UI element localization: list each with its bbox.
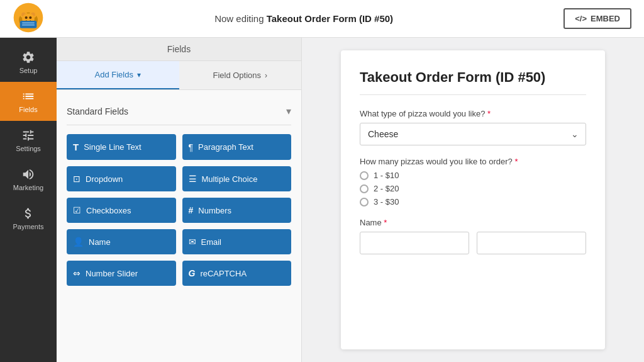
name-last-input[interactable] <box>477 232 586 254</box>
radio-circle <box>360 198 369 206</box>
gear-icon <box>21 50 35 64</box>
tab-add-fields[interactable]: Add Fields ▾ <box>57 61 179 89</box>
name-first-input[interactable] <box>360 232 469 254</box>
fields-body: Standard Fields ▾ T Single Line Text ¶ P… <box>57 90 301 362</box>
svg-point-8 <box>29 16 31 18</box>
field-btn-dropdown[interactable]: ⊡ Dropdown <box>67 166 176 191</box>
sidebar-item-label: Setup <box>19 67 38 74</box>
field-btn-name[interactable]: 👤 Name <box>67 229 176 254</box>
paragraph-icon: ¶ <box>189 142 194 152</box>
chevron-down-icon: ▾ <box>286 105 291 117</box>
sliders-icon <box>21 128 35 142</box>
chevron-down-icon: ▾ <box>137 71 141 79</box>
name-inputs-row <box>360 232 586 254</box>
radio-circle <box>360 171 369 180</box>
sidebar-item-marketing[interactable]: Marketing <box>0 160 57 199</box>
logo <box>13 2 44 36</box>
fields-panel: Fields Add Fields ▾ Field Options › Stan… <box>57 38 302 362</box>
form-preview-title: Takeout Order Form (ID #50) <box>360 69 586 95</box>
megaphone-icon <box>21 167 35 181</box>
radio-option-1[interactable]: 1 - $10 <box>360 171 586 180</box>
embed-code-icon: </> <box>575 14 587 23</box>
field-pizza-type-label: What type of pizza would you like? * <box>360 109 586 118</box>
tab-field-options[interactable]: Field Options › <box>179 61 302 89</box>
main-layout: Setup Fields Settings Marketing Payments… <box>0 38 644 362</box>
pizza-type-select[interactable]: Cheese <box>360 123 586 145</box>
required-marker: * <box>487 109 491 118</box>
text-icon: T <box>73 142 79 152</box>
radio-option-2[interactable]: 2 - $20 <box>360 184 586 193</box>
hash-icon: # <box>189 205 194 215</box>
slider-icon: ⇔ <box>73 268 80 278</box>
checkbox-icon: ☑ <box>73 205 81 215</box>
field-btn-numbers[interactable]: # Numbers <box>182 198 292 223</box>
field-name-label: Name * <box>360 218 586 227</box>
fields-tabs: Add Fields ▾ Field Options › <box>57 61 301 90</box>
google-icon: G <box>189 268 196 278</box>
chevron-right-icon: › <box>265 71 267 80</box>
field-pizza-quantity-label: How many pizzas would you like to order?… <box>360 157 586 166</box>
field-btn-number-slider[interactable]: ⇔ Number Slider <box>67 261 176 286</box>
top-bar: Now editing Takeout Order Form (ID #50) … <box>0 0 644 38</box>
field-btn-email[interactable]: ✉ Email <box>182 229 292 254</box>
field-name: Name * <box>360 218 586 254</box>
radio-circle <box>360 184 369 193</box>
sidebar-item-payments[interactable]: Payments <box>0 199 57 238</box>
required-marker: * <box>514 157 518 166</box>
fields-grid: T Single Line Text ¶ Paragraph Text ⊡ Dr… <box>67 134 291 286</box>
dropdown-icon: ⊡ <box>73 174 80 184</box>
sidebar-item-setup[interactable]: Setup <box>0 43 57 82</box>
radio-option-3[interactable]: 3 - $30 <box>360 197 586 206</box>
page-title: Now editing Takeout Order Form (ID #50) <box>214 13 393 24</box>
person-icon: 👤 <box>73 237 84 247</box>
sidebar: Setup Fields Settings Marketing Payments <box>0 38 57 362</box>
svg-rect-10 <box>22 22 35 23</box>
sidebar-item-settings[interactable]: Settings <box>0 121 57 160</box>
svg-rect-11 <box>22 24 35 25</box>
standard-fields-header: Standard Fields ▾ <box>67 100 291 125</box>
field-btn-single-line-text[interactable]: T Single Line Text <box>67 134 176 160</box>
sidebar-item-label: Settings <box>16 145 41 152</box>
sidebar-item-fields[interactable]: Fields <box>0 82 57 121</box>
email-icon: ✉ <box>189 237 196 247</box>
list-icon: ☰ <box>189 174 197 184</box>
dollar-icon <box>21 206 35 220</box>
field-btn-paragraph-text[interactable]: ¶ Paragraph Text <box>182 134 292 160</box>
svg-point-7 <box>25 16 28 18</box>
field-pizza-type: What type of pizza would you like? * Che… <box>360 109 586 145</box>
sidebar-item-label: Payments <box>13 223 44 230</box>
pizza-quantity-radio-group: 1 - $10 2 - $20 3 - $30 <box>360 171 586 206</box>
fields-icon <box>21 89 35 103</box>
form-card: Takeout Order Form (ID #50) What type of… <box>341 50 605 349</box>
field-btn-recaptcha[interactable]: G reCAPTCHA <box>182 261 292 286</box>
fields-panel-header: Fields <box>57 38 301 61</box>
pizza-type-select-wrapper: Cheese <box>360 123 586 145</box>
required-marker: * <box>384 218 387 227</box>
sidebar-item-label: Fields <box>19 106 37 113</box>
field-btn-multiple-choice[interactable]: ☰ Multiple Choice <box>182 166 292 191</box>
sidebar-item-label: Marketing <box>13 184 43 191</box>
field-btn-checkboxes[interactable]: ☑ Checkboxes <box>67 198 176 223</box>
embed-button[interactable]: </> EMBED <box>564 8 631 29</box>
field-pizza-quantity: How many pizzas would you like to order?… <box>360 157 586 206</box>
form-preview: Takeout Order Form (ID #50) What type of… <box>302 38 644 362</box>
